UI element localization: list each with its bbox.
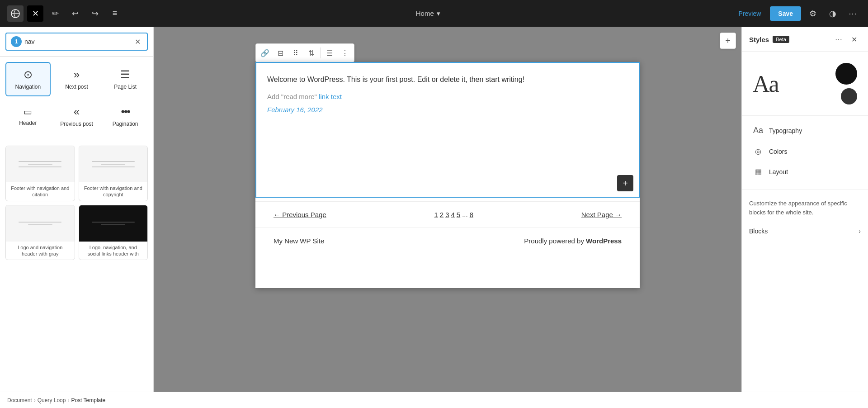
header-label: Header (19, 120, 37, 126)
settings-button[interactable]: ⚙ (805, 5, 821, 22)
navigation-label: Navigation (15, 84, 41, 90)
block-item-header[interactable]: ▭ Header (5, 100, 51, 133)
redo-button[interactable]: ↪ (87, 5, 103, 22)
menu-button[interactable]: ≡ (107, 5, 123, 22)
breadcrumb-query-loop[interactable]: Query Loop (38, 397, 66, 403)
pattern-card-logo-nav-social[interactable]: Logo, navigation, and social links heade… (79, 205, 148, 261)
footer-powered-text: Proudly powered by WordPress (524, 237, 622, 245)
preview-button[interactable]: Preview (733, 7, 767, 20)
colors-icon: ◎ (753, 147, 764, 156)
theme-toggle-button[interactable]: ◑ (825, 5, 841, 22)
styles-label: Styles (749, 36, 769, 43)
next-page-button[interactable]: Next Page → (581, 211, 622, 218)
post-date: February 16, 2022 (267, 106, 628, 114)
editor-canvas: Welcome to WordPress. This is your first… (255, 62, 640, 288)
typography-icon: Aa (753, 126, 764, 135)
editor-area: 🔗 ⊟ ⠿ ⇅ ☰ ⋮ + Welcome to WordPress. This… (154, 27, 741, 392)
page-8[interactable]: 8 (470, 211, 473, 218)
save-button[interactable]: Save (770, 6, 801, 21)
pattern-label-footer-nav-citation: Footer with navigation and citation (6, 182, 75, 201)
pattern-preview-4 (79, 205, 148, 242)
block-toolbar-wrapper: 🔗 ⊟ ⠿ ⇅ ☰ ⋮ + (255, 36, 640, 62)
more-options-button[interactable]: ⋯ (844, 5, 861, 22)
search-clear-button[interactable]: ✕ (133, 38, 142, 46)
pattern-card-logo-nav-gray[interactable]: Logo and navigation header with gray (5, 205, 75, 261)
toolbar-drag-button[interactable]: ⠿ (288, 46, 303, 60)
page-list-icon: ☰ (120, 68, 130, 81)
editor-scroll[interactable]: 🔗 ⊟ ⠿ ⇅ ☰ ⋮ + Welcome to WordPress. This… (154, 27, 741, 392)
header-icon: ▭ (24, 106, 32, 117)
previous-post-icon: « (74, 105, 80, 118)
pattern-preview-3 (6, 205, 75, 242)
undo-button[interactable]: ↩ (67, 5, 83, 22)
block-item-next-post[interactable]: » Next post (54, 62, 99, 96)
pattern-label-logo-nav-social: Logo, navigation, and social links heade… (79, 242, 148, 260)
close-button[interactable]: ✕ (27, 5, 43, 22)
post-content-text: Welcome to WordPress. This is your first… (267, 74, 628, 85)
toolbar-move-button[interactable]: ⇅ (304, 46, 318, 60)
beta-badge: Beta (773, 36, 789, 43)
block-content[interactable]: Welcome to WordPress. This is your first… (255, 62, 640, 198)
pagination-numbers: 1 2 3 4 5 ... 8 (434, 211, 473, 218)
page-5[interactable]: 5 (457, 211, 460, 218)
wp-logo (7, 5, 24, 22)
toolbar-layout-button[interactable]: ⊟ (273, 46, 288, 60)
footer-site-link[interactable]: My New WP Site (274, 237, 324, 245)
block-item-navigation[interactable]: ⊙ Navigation (5, 62, 51, 96)
toolbar-align-button[interactable]: ☰ (322, 46, 337, 60)
style-circle-big (835, 63, 857, 85)
previous-post-label: Previous post (60, 121, 93, 127)
previous-page-button[interactable]: ← Previous Page (274, 211, 326, 218)
home-button[interactable]: Home ▾ (410, 7, 446, 20)
page-4[interactable]: 4 (451, 211, 455, 218)
panel-more-button[interactable]: ⋯ (832, 33, 845, 46)
topbar-center: Home ▾ (127, 7, 730, 20)
right-panel: Styles Beta ⋯ ✕ Aa Aa Typography ◎ Color… (741, 27, 868, 392)
breadcrumb-post-template: Post Template (71, 397, 105, 403)
block-toolbar: 🔗 ⊟ ⠿ ⇅ ☰ ⋮ (255, 43, 354, 62)
breadcrumb-sep-2: › (67, 397, 69, 403)
pagination-label: Pagination (113, 121, 138, 127)
footer-wp-link[interactable]: WordPress (586, 237, 622, 245)
style-circle-small (841, 88, 857, 104)
footer-bar: My New WP Site Proudly powered by WordPr… (255, 228, 640, 254)
panel-description: Customize the appearance of specific blo… (742, 194, 868, 222)
sidebar-divider (5, 140, 148, 140)
left-sidebar: 1 ✕ ⊙ Navigation » Next post ☰ Page List… (0, 27, 154, 392)
toolbar-more-button[interactable]: ⋮ (338, 46, 352, 60)
pattern-label-footer-nav-copyright: Footer with navigation and copyright (79, 182, 148, 201)
navigation-icon: ⊙ (24, 68, 33, 81)
pagination-bar: ← Previous Page 1 2 3 4 5 ... 8 Next Pag… (255, 201, 640, 228)
top-bar: ✕ ✏ ↩ ↪ ≡ Home ▾ Preview Save ⚙ ◑ ⋯ (0, 0, 868, 27)
option-typography[interactable]: Aa Typography (745, 120, 864, 141)
pattern-card-footer-nav-citation[interactable]: Footer with navigation and citation (5, 146, 75, 201)
style-preview[interactable]: Aa (742, 52, 868, 116)
style-circles (835, 63, 857, 104)
pattern-preview (6, 146, 75, 182)
search-input[interactable] (24, 38, 133, 45)
block-item-pagination[interactable]: ••• Pagination (103, 100, 148, 133)
option-layout[interactable]: ▦ Layout (745, 162, 864, 181)
block-item-previous-post[interactable]: « Previous post (54, 100, 99, 133)
main-area: 1 ✕ ⊙ Navigation » Next post ☰ Page List… (0, 27, 868, 392)
add-block-inline-button[interactable]: + (720, 33, 736, 49)
home-label: Home (416, 9, 434, 17)
read-more-text: Add "read more" link text (267, 93, 628, 100)
blocks-row[interactable]: Blocks › (742, 222, 868, 240)
page-2[interactable]: 2 (440, 211, 443, 218)
breadcrumb-document[interactable]: Document (7, 397, 32, 403)
page-3[interactable]: 3 (445, 211, 449, 218)
panel-close-button[interactable]: ✕ (847, 33, 861, 46)
blocks-label: Blocks (749, 228, 768, 235)
add-block-float-button[interactable]: + (617, 175, 633, 191)
toolbar-link-button[interactable]: 🔗 (258, 46, 272, 60)
pattern-grid: Footer with navigation and citation Foot… (0, 142, 153, 264)
pattern-card-footer-nav-copyright[interactable]: Footer with navigation and copyright (79, 146, 148, 201)
read-more-link[interactable]: link text (319, 93, 342, 100)
option-colors[interactable]: ◎ Colors (745, 142, 864, 161)
page-1[interactable]: 1 (434, 211, 438, 218)
block-item-page-list[interactable]: ☰ Page List (103, 62, 148, 96)
edit-icon-button[interactable]: ✏ (47, 5, 63, 22)
right-panel-header: Styles Beta ⋯ ✕ (742, 27, 868, 52)
right-panel-divider (742, 190, 868, 190)
